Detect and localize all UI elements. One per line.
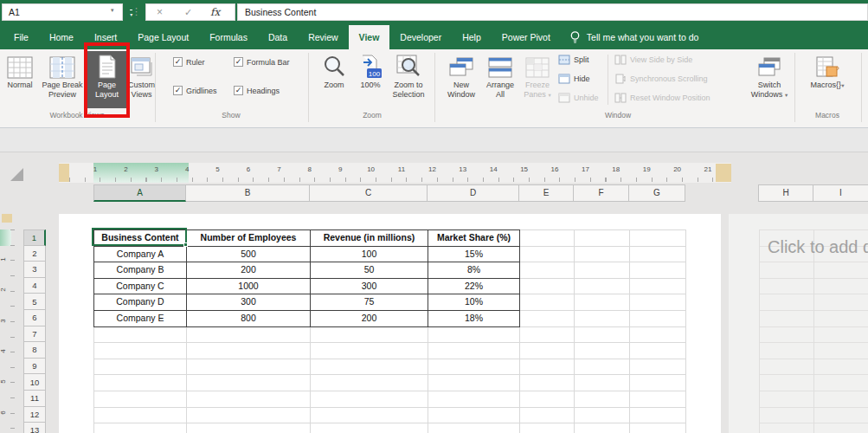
row-header-5[interactable]: 5 [23,294,46,310]
tab-review[interactable]: Review [298,25,348,49]
svg-text:100: 100 [369,70,381,78]
cell-A6[interactable]: Company E [94,311,186,326]
tab-developer[interactable]: Developer [389,25,452,49]
cell-B2[interactable]: 500 [187,247,310,262]
checkbox-checked-icon: ✓ [173,57,183,67]
reset-window-position-icon [614,93,627,103]
row-header-10[interactable]: 10 [23,374,46,391]
cell-B3[interactable]: 200 [187,262,310,278]
ruler-checkbox[interactable]: ✓Ruler [173,57,205,67]
row-header-8[interactable]: 8 [23,342,46,359]
cell-D4[interactable]: 22% [428,279,519,294]
gridlines-checkbox[interactable]: ✓Gridlines [173,86,217,95]
cell-A2[interactable]: Company A [94,247,186,262]
row-header-3[interactable]: 3 [23,262,46,278]
cell-C2[interactable]: 100 [311,247,428,262]
split-button[interactable]: Split [558,55,589,65]
ruler-mark: 9 [338,165,342,173]
fill-handle[interactable] [183,242,188,247]
zoom-100-button[interactable]: 100 100% [354,51,387,108]
name-box[interactable]: A1 [2,3,123,21]
dropdown-caret-icon: ▾ [841,82,844,88]
ruler-mark: 17 [582,165,589,173]
tab-formulas[interactable]: Formulas [199,25,258,49]
row-header-9[interactable]: 9 [23,359,46,375]
column-header-I[interactable]: I [813,184,868,202]
ruler-mark: 20 [673,165,681,173]
switch-windows-button[interactable]: Switch Windows ▾ [745,51,794,108]
column-header-D[interactable]: D [428,184,519,202]
row-header-13[interactable]: 13 [23,423,46,433]
cell-B5[interactable]: 300 [187,294,310,310]
tell-me-box[interactable]: Tell me what you want to do [587,32,699,42]
tab-data[interactable]: Data [258,25,298,49]
row-header-2[interactable]: 2 [23,246,46,262]
row-header-7[interactable]: 7 [23,326,46,343]
active-cell-selection [92,228,187,246]
cell-B6[interactable]: 800 [187,311,310,326]
row-header-12[interactable]: 12 [23,407,46,423]
row-header-4[interactable]: 4 [23,278,46,294]
column-header-A[interactable]: A [93,184,186,202]
column-header-F[interactable]: F [574,184,629,202]
tab-file[interactable]: File [3,25,39,49]
cell-C3[interactable]: 50 [311,262,428,278]
name-box-caret-icon[interactable]: ▾ [111,7,114,14]
cancel-icon[interactable]: × [157,4,163,20]
normal-view-button[interactable]: Normal [2,51,38,108]
select-all-corner[interactable] [10,168,23,181]
unhide-icon [558,93,570,103]
column-header-B[interactable]: B [186,184,310,202]
lightbulb-icon [569,30,581,44]
cell-A3[interactable]: Company B [94,262,186,278]
ribbon-tabs: FileHomeInsertPage LayoutFormulasDataRev… [0,25,868,49]
vertical-ruler: 123456 [0,214,17,433]
dropdown-caret-icon: ▾ [785,92,788,98]
tab-help[interactable]: Help [452,25,492,49]
ruler-mark: 21 [704,165,712,173]
arrange-all-button[interactable]: Arrange All [481,51,519,108]
tab-view[interactable]: View [349,25,390,49]
enter-icon[interactable]: ✓ [184,4,192,20]
formula-bar-divider[interactable]: ⋮ [132,6,141,17]
cell-B4[interactable]: 1000 [187,279,310,294]
column-header-G[interactable]: G [629,184,685,202]
insert-function-icon[interactable]: fx [210,4,220,20]
cell-C6[interactable]: 200 [311,311,428,326]
cell-D6[interactable]: 18% [428,311,519,326]
cell-B1[interactable]: Number of Employees [187,230,310,246]
gridline [629,229,630,433]
column-header-C[interactable]: C [310,184,428,202]
cell-D2[interactable]: 15% [428,247,519,262]
formula-input[interactable]: Business Content [237,3,868,21]
cell-C1[interactable]: Revenue (in millions) [311,230,428,246]
cell-D3[interactable]: 8% [428,262,519,278]
zoom-to-selection-button[interactable]: Zoom to Selection [387,51,430,108]
headings-checkbox[interactable]: ✓Headings [234,86,280,95]
ruler-mark: 7 [277,165,280,173]
hide-button[interactable]: Hide [558,74,590,84]
macros-button[interactable]: Macros{}▾ [807,51,848,108]
custom-views-button[interactable]: Custom Views [128,51,155,108]
new-window-button[interactable]: New Window [441,51,481,108]
tab-power-pivot[interactable]: Power Pivot [492,25,561,49]
ribbon: Normal Page Break Preview Page Layout Cu… [0,49,868,128]
tab-home[interactable]: Home [39,25,84,49]
zoom-button[interactable]: Zoom [315,51,353,108]
formula-bar-checkbox[interactable]: ✓Formula Bar [234,57,290,67]
tab-page-layout[interactable]: Page Layout [127,25,199,49]
cell-C5[interactable]: 75 [311,294,428,310]
cell-A4[interactable]: Company C [94,279,186,294]
page-break-preview-button[interactable]: Page Break Preview [39,51,86,108]
cell-D5[interactable]: 10% [428,294,519,310]
row-header-6[interactable]: 6 [23,310,46,326]
ruler-mark: 13 [459,165,466,173]
cell-C4[interactable]: 300 [311,279,428,294]
cell-D1[interactable]: Market Share (%) [428,230,519,246]
column-header-H[interactable]: H [758,184,813,202]
cell-A5[interactable]: Company D [94,294,186,310]
row-header-1[interactable]: 1 [23,229,46,246]
column-header-E[interactable]: E [519,184,574,202]
page2-placeholder-text: Click to add data [768,237,868,257]
row-header-11[interactable]: 11 [23,391,46,407]
